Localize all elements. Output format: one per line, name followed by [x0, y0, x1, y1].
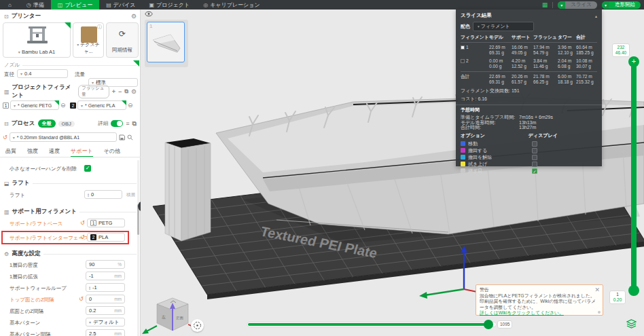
- layer-slider-bottom-handle[interactable]: [628, 285, 639, 296]
- support-base-label: サポート/ラフトベース: [10, 221, 63, 227]
- tab-project[interactable]: ▣プロジェクト: [142, 0, 196, 10]
- support-base-reset-icon[interactable]: ↺: [80, 220, 85, 226]
- param-input[interactable]: -1mm: [86, 272, 125, 280]
- flush-volume-button[interactable]: フラッシュ量: [78, 85, 109, 98]
- sync-button[interactable]: ⟳ 同期情報: [106, 22, 139, 58]
- move-slider-track[interactable]: [247, 322, 497, 327]
- add-filament-icon[interactable]: +: [112, 88, 115, 95]
- retract-color-swatch: [461, 148, 465, 153]
- clipped-row: ・・・・・・・・・: [10, 158, 132, 161]
- options-header-row: オプション ディスプレイ: [456, 130, 602, 141]
- project-icon: ▣: [149, 2, 154, 8]
- compare-icon[interactable]: ⧉: [132, 120, 137, 128]
- printer-gear-icon[interactable]: ⚙: [131, 13, 137, 20]
- tab-others[interactable]: その他: [104, 147, 120, 157]
- plate-card[interactable]: ⓘ ▾ テクスチャ...: [73, 22, 104, 58]
- printer-card[interactable]: ▾ Bambu Lab A1: [3, 22, 71, 58]
- move-slider-value: 1095: [497, 320, 512, 329]
- plate-thumbnail[interactable]: 1: [147, 22, 185, 62]
- color-scheme-select[interactable]: ▾ フィラメント: [473, 22, 534, 31]
- filament-item-1: 1 ▾* Generic PETG ⊖: [3, 100, 66, 110]
- reset-icon[interactable]: ↺: [3, 134, 7, 141]
- printer-header-label: プリンター: [12, 12, 41, 20]
- printer-image: [26, 26, 49, 44]
- warning-close-icon[interactable]: ✕: [594, 287, 600, 293]
- raft-icon: ⬓: [4, 181, 10, 187]
- move-slider-handle[interactable]: [484, 320, 493, 329]
- list-icon[interactable]: ≡: [126, 120, 129, 127]
- info-icon[interactable]: ⓘ: [97, 24, 102, 31]
- param-stepper[interactable]: ▴▾-1: [86, 283, 125, 292]
- print-dropdown-icon[interactable]: ▾: [602, 1, 609, 9]
- modified-corner: [133, 60, 139, 67]
- printer-section-header: ⊡ プリンター ⚙: [0, 11, 141, 22]
- scope-global-pill[interactable]: 全般: [38, 119, 56, 128]
- unretract-color-swatch: [461, 155, 465, 160]
- tab-speed[interactable]: 速度: [49, 147, 60, 157]
- option-row-unretract: 撤回を解除: [456, 154, 602, 161]
- preset-select[interactable]: ▾* 0.20mm Standard @BBL A1: [10, 132, 117, 142]
- wipe-checkbox[interactable]: [532, 162, 537, 167]
- nozzle-diameter-select[interactable]: ▾0.4: [17, 69, 68, 78]
- slice-button[interactable]: ▾ スライス: [558, 1, 597, 9]
- slice-table-row: 1 22.69 m69.31 g 16.06 m49.05 g 17.94 m5…: [456, 44, 602, 56]
- focus-plate-button[interactable]: [191, 319, 204, 332]
- ams-sync-icon[interactable]: ⧉: [124, 88, 128, 95]
- tab-calibration[interactable]: ◎キャリブレーション: [196, 0, 266, 10]
- layers-icon[interactable]: [626, 319, 637, 329]
- layer-slider-bottom-tooltip: 10.20: [609, 291, 626, 304]
- seam-checkbox[interactable]: ✓: [532, 168, 537, 174]
- param-label: 底面とのZ間隔: [10, 308, 43, 315]
- retract-checkbox[interactable]: [532, 148, 537, 153]
- eye-icon[interactable]: [145, 11, 153, 17]
- raft-stepper[interactable]: ▴▾0: [84, 190, 122, 199]
- print-button[interactable]: ▾ 造形開始: [602, 1, 641, 9]
- param-input[interactable]: 2.5mm: [86, 329, 125, 336]
- support-base-select[interactable]: 1PETG: [87, 219, 125, 227]
- remove-filament-icon[interactable]: −: [118, 88, 122, 95]
- raft-label: ラフト: [10, 192, 25, 199]
- filament-1-select[interactable]: ▾* Generic PETG: [10, 100, 59, 110]
- raft-section-header: ⬓ ラフト: [0, 178, 141, 189]
- param-input[interactable]: 90%: [86, 260, 125, 269]
- save-icon[interactable]: [119, 134, 125, 141]
- home-button[interactable]: ⌂: [0, 0, 20, 10]
- divider: [0, 157, 141, 157]
- param-select[interactable]: ▾デフォルト: [86, 318, 125, 326]
- param-input[interactable]: 0mm: [86, 295, 125, 303]
- collapse-icon[interactable]: ▴: [595, 14, 597, 18]
- thumbnail-model-image: [147, 22, 185, 62]
- estimated-time-header: 予想時間: [456, 105, 602, 115]
- layer-slider-top-handle[interactable]: +: [628, 56, 639, 67]
- filament-2-select[interactable]: ▾* Generic PLA: [77, 100, 126, 110]
- filament-gear-icon[interactable]: ⚙: [131, 88, 137, 95]
- process-tabs: 品質 強度 速度 サポート その他: [5, 147, 120, 157]
- tab-quality[interactable]: 品質: [5, 147, 16, 157]
- slice-panel-header: スライス結果 ▴: [456, 10, 602, 21]
- raft-unit: 積層: [126, 192, 135, 198]
- sidebar-scrollbar[interactable]: [137, 160, 139, 336]
- printer-name[interactable]: ▾ Bambu Lab A1: [3, 49, 70, 55]
- param-input[interactable]: 0.2mm: [86, 306, 125, 315]
- travel-checkbox[interactable]: [532, 141, 537, 147]
- layer-range-slider[interactable]: [631, 62, 637, 291]
- prime-tower[interactable]: [165, 138, 211, 241]
- warning-wiki-link[interactable]: 詳しくはWikiをクリックしてください。: [480, 310, 564, 315]
- tab-support[interactable]: サポート: [71, 147, 93, 157]
- tab-prepare[interactable]: ◷準備: [20, 0, 51, 10]
- filament-2-remove-icon[interactable]: ⊖: [128, 102, 133, 109]
- filament-1-remove-icon[interactable]: ⊖: [60, 102, 66, 109]
- color-scheme-label: 配色: [461, 23, 470, 30]
- tab-strength[interactable]: 強度: [27, 147, 38, 157]
- plate-type[interactable]: ▾ テクスチャ...: [73, 41, 103, 55]
- plate-settings-icon[interactable]: ▦: [542, 1, 548, 8]
- advanced-toggle[interactable]: [111, 120, 123, 127]
- scope-obj-pill[interactable]: OBJ: [58, 121, 75, 127]
- param-reset-icon[interactable]: ↺: [79, 296, 84, 302]
- slice-dropdown-icon[interactable]: ▾: [558, 1, 565, 9]
- unretract-checkbox[interactable]: [532, 155, 537, 160]
- search-icon[interactable]: [127, 134, 133, 141]
- tab-device[interactable]: ▤デバイス: [99, 0, 142, 10]
- small-overhang-checkbox[interactable]: ✓: [84, 165, 91, 172]
- tab-preview[interactable]: ◫プレビュー: [51, 0, 99, 10]
